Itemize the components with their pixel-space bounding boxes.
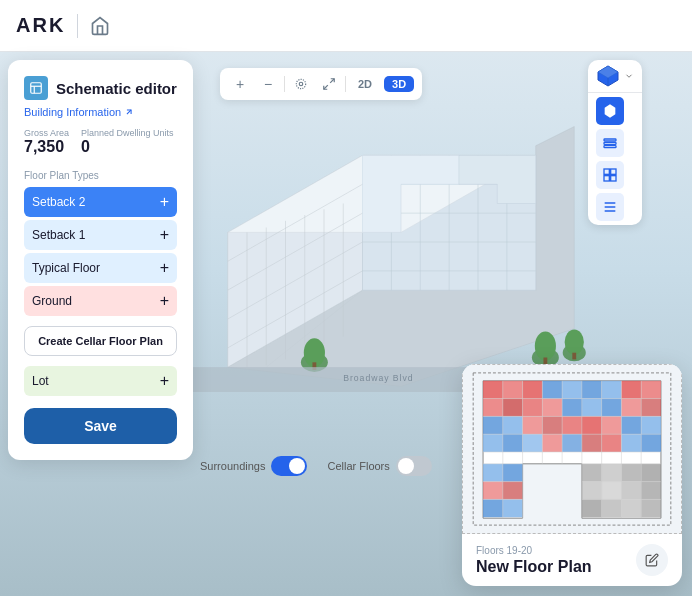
- svg-marker-45: [605, 104, 616, 117]
- view-cube-button[interactable]: [596, 161, 624, 189]
- svg-rect-89: [621, 399, 641, 417]
- view-layers-button[interactable]: [596, 129, 624, 157]
- svg-rect-72: [562, 399, 582, 417]
- svg-text:Broadway Blvd: Broadway Blvd: [343, 373, 413, 383]
- svg-rect-106: [602, 464, 622, 482]
- floor-plan-card: Floors 19-20 New Floor Plan: [462, 364, 682, 586]
- zoom-in-button[interactable]: +: [228, 72, 252, 96]
- view-hex-button[interactable]: [596, 97, 624, 125]
- svg-rect-51: [604, 176, 609, 181]
- toggle-knob-cellar: [398, 458, 414, 474]
- bottom-toggles: Surroundings Cellar Floors: [200, 456, 432, 476]
- svg-rect-73: [483, 416, 503, 434]
- svg-rect-94: [641, 416, 661, 434]
- svg-line-59: [127, 110, 131, 114]
- 3d-mode-button[interactable]: 3D: [384, 76, 414, 92]
- svg-rect-108: [641, 464, 661, 482]
- floor-plan-list: Setback 2 + Setback 1 + Typical Floor + …: [24, 187, 177, 316]
- building-info-link[interactable]: Building Information: [24, 106, 177, 118]
- svg-rect-98: [641, 434, 661, 452]
- svg-rect-64: [503, 381, 523, 399]
- ctrl-divider-2: [345, 76, 346, 92]
- svg-rect-93: [621, 416, 641, 434]
- svg-rect-71: [542, 399, 562, 417]
- svg-rect-109: [582, 482, 602, 500]
- plan-name: New Floor Plan: [476, 558, 592, 576]
- cellar-floors-toggle[interactable]: [396, 456, 432, 476]
- svg-rect-97: [621, 434, 641, 452]
- planned-units-stat: Planned Dwelling Units 0: [81, 128, 174, 156]
- layers-button[interactable]: [289, 72, 313, 96]
- 2d-mode-button[interactable]: 2D: [350, 76, 380, 92]
- expand-button[interactable]: [317, 72, 341, 96]
- svg-rect-79: [503, 434, 523, 452]
- svg-point-39: [296, 79, 305, 88]
- svg-rect-76: [542, 416, 562, 434]
- svg-rect-95: [582, 434, 602, 452]
- floor-item-ground[interactable]: Ground +: [24, 286, 177, 316]
- svg-line-41: [324, 85, 328, 89]
- view-controls-stack: [588, 93, 642, 225]
- svg-rect-70: [523, 399, 543, 417]
- svg-rect-74: [503, 416, 523, 434]
- svg-rect-115: [621, 499, 641, 517]
- floor-plan-info: Floors 19-20 New Floor Plan: [476, 545, 592, 576]
- svg-rect-66: [542, 381, 562, 399]
- svg-rect-90: [641, 399, 661, 417]
- svg-rect-46: [604, 139, 616, 141]
- svg-rect-34: [572, 353, 576, 360]
- svg-rect-107: [621, 464, 641, 482]
- save-button[interactable]: Save: [24, 408, 177, 444]
- schematic-icon: [24, 76, 48, 100]
- ctrl-divider: [284, 76, 285, 92]
- svg-rect-110: [602, 482, 622, 500]
- svg-rect-85: [621, 381, 641, 399]
- view-list-button[interactable]: [596, 193, 624, 221]
- panel-header: Schematic editor: [24, 76, 177, 100]
- surroundings-toggle-group: Surroundings: [200, 456, 307, 476]
- cellar-floors-toggle-group: Cellar Floors: [327, 456, 431, 476]
- svg-rect-86: [641, 381, 661, 399]
- svg-rect-50: [611, 169, 616, 174]
- toggle-knob: [289, 458, 305, 474]
- floors-label: Floors 19-20: [476, 545, 592, 556]
- zoom-out-button[interactable]: −: [256, 72, 280, 96]
- edit-plan-button[interactable]: [636, 544, 668, 576]
- svg-rect-88: [602, 399, 622, 417]
- svg-rect-48: [604, 146, 616, 148]
- floor-plan-image: [462, 364, 682, 534]
- floor-plan-footer: Floors 19-20 New Floor Plan: [462, 534, 682, 586]
- floor-item-setback2[interactable]: Setback 2 +: [24, 187, 177, 217]
- lot-row[interactable]: Lot +: [24, 366, 177, 396]
- svg-rect-113: [582, 499, 602, 517]
- svg-point-38: [299, 82, 303, 86]
- surroundings-toggle[interactable]: [271, 456, 307, 476]
- svg-rect-83: [582, 381, 602, 399]
- floor-item-typical[interactable]: Typical Floor +: [24, 253, 177, 283]
- view-controls-top[interactable]: [588, 60, 642, 93]
- svg-rect-104: [503, 499, 523, 517]
- svg-rect-116: [641, 499, 661, 517]
- cellar-btn[interactable]: Create Cellar Floor Plan: [24, 326, 177, 356]
- svg-line-40: [330, 79, 334, 83]
- svg-rect-96: [602, 434, 622, 452]
- floor-item-setback1[interactable]: Setback 1 +: [24, 220, 177, 250]
- svg-rect-91: [582, 416, 602, 434]
- svg-rect-87: [582, 399, 602, 417]
- app-logo: ARK: [16, 14, 65, 37]
- svg-rect-80: [523, 434, 543, 452]
- surroundings-label: Surroundings: [200, 460, 265, 472]
- map-controls: + − 2D 3D: [220, 68, 422, 100]
- svg-rect-84: [602, 381, 622, 399]
- svg-rect-77: [562, 416, 582, 434]
- svg-rect-69: [503, 399, 523, 417]
- svg-rect-111: [621, 482, 641, 500]
- panel-title: Schematic editor: [56, 80, 177, 97]
- svg-rect-56: [31, 83, 42, 94]
- home-button[interactable]: [90, 16, 110, 36]
- svg-rect-68: [483, 399, 503, 417]
- svg-rect-100: [503, 464, 523, 482]
- svg-rect-65: [523, 381, 543, 399]
- svg-rect-63: [483, 381, 503, 399]
- svg-rect-52: [611, 176, 616, 181]
